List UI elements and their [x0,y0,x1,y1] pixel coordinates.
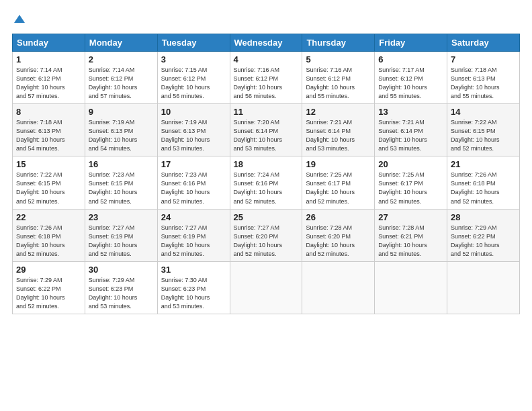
day-cell: 25 Sunrise: 7:27 AMSunset: 6:20 PMDaylig… [230,209,302,261]
day-number: 23 [89,212,154,222]
day-info: Sunrise: 7:27 AMSunset: 6:19 PMDaylight:… [161,224,210,257]
day-cell: 9 Sunrise: 7:19 AMSunset: 6:13 PMDayligh… [85,104,157,156]
day-number: 18 [234,159,299,169]
day-number: 19 [306,159,371,169]
day-number: 8 [16,107,81,117]
day-cell: 5 Sunrise: 7:16 AMSunset: 6:12 PMDayligh… [302,52,375,104]
day-number: 20 [378,159,443,169]
day-cell: 29 Sunrise: 7:29 AMSunset: 6:22 PMDaylig… [13,261,85,314]
day-cell: 31 Sunrise: 7:30 AMSunset: 6:23 PMDaylig… [157,261,230,314]
col-header-tuesday: Tuesday [157,34,230,52]
day-number: 24 [161,212,226,222]
day-cell: 1 Sunrise: 7:14 AMSunset: 6:12 PMDayligh… [13,52,85,104]
day-cell: 7 Sunrise: 7:18 AMSunset: 6:13 PMDayligh… [447,52,520,104]
day-info: Sunrise: 7:28 AMSunset: 6:21 PMDaylight:… [378,224,427,257]
day-cell: 17 Sunrise: 7:23 AMSunset: 6:16 PMDaylig… [157,156,230,209]
day-number: 13 [378,107,443,117]
week-row-2: 8 Sunrise: 7:18 AMSunset: 6:13 PMDayligh… [13,104,520,156]
day-info: Sunrise: 7:22 AMSunset: 6:15 PMDaylight:… [451,119,500,152]
day-number: 11 [234,107,299,117]
day-number: 30 [89,265,154,275]
day-info: Sunrise: 7:26 AMSunset: 6:18 PMDaylight:… [16,224,65,257]
day-cell: 14 Sunrise: 7:22 AMSunset: 6:15 PMDaylig… [447,104,520,156]
calendar-page: SundayMondayTuesdayWednesdayThursdayFrid… [0,0,532,411]
day-cell: 4 Sunrise: 7:16 AMSunset: 6:12 PMDayligh… [230,52,302,104]
day-cell: 20 Sunrise: 7:25 AMSunset: 6:17 PMDaylig… [375,156,447,209]
logo-icon [14,13,25,24]
day-info: Sunrise: 7:16 AMSunset: 6:12 PMDaylight:… [234,66,283,99]
day-info: Sunrise: 7:19 AMSunset: 6:13 PMDaylight:… [89,119,138,152]
day-cell: 30 Sunrise: 7:29 AMSunset: 6:23 PMDaylig… [85,261,157,314]
day-cell: 6 Sunrise: 7:17 AMSunset: 6:12 PMDayligh… [375,52,447,104]
day-info: Sunrise: 7:24 AMSunset: 6:16 PMDaylight:… [234,171,283,204]
day-info: Sunrise: 7:18 AMSunset: 6:13 PMDaylight:… [16,119,65,152]
day-number: 6 [378,54,443,64]
day-info: Sunrise: 7:21 AMSunset: 6:14 PMDaylight:… [378,119,427,152]
header-row: SundayMondayTuesdayWednesdayThursdayFrid… [13,34,520,52]
day-info: Sunrise: 7:30 AMSunset: 6:23 PMDaylight:… [161,277,210,310]
day-number: 25 [234,212,299,222]
day-info: Sunrise: 7:18 AMSunset: 6:13 PMDaylight:… [451,66,500,99]
day-cell: 18 Sunrise: 7:24 AMSunset: 6:16 PMDaylig… [230,156,302,209]
day-info: Sunrise: 7:28 AMSunset: 6:20 PMDaylight:… [306,224,355,257]
day-number: 15 [16,159,81,169]
day-info: Sunrise: 7:27 AMSunset: 6:20 PMDaylight:… [234,224,283,257]
day-cell: 10 Sunrise: 7:19 AMSunset: 6:13 PMDaylig… [157,104,230,156]
week-row-1: 1 Sunrise: 7:14 AMSunset: 6:12 PMDayligh… [13,52,520,104]
day-cell: 2 Sunrise: 7:14 AMSunset: 6:12 PMDayligh… [85,52,157,104]
day-number: 26 [306,212,371,222]
day-number: 14 [451,107,516,117]
day-info: Sunrise: 7:23 AMSunset: 6:15 PMDaylight:… [89,171,138,204]
col-header-monday: Monday [85,34,157,52]
day-cell: 15 Sunrise: 7:22 AMSunset: 6:15 PMDaylig… [13,156,85,209]
day-cell: 12 Sunrise: 7:21 AMSunset: 6:14 PMDaylig… [302,104,375,156]
day-info: Sunrise: 7:29 AMSunset: 6:23 PMDaylight:… [89,277,138,310]
day-info: Sunrise: 7:14 AMSunset: 6:12 PMDaylight:… [16,66,65,99]
day-number: 21 [451,159,516,169]
col-header-friday: Friday [375,34,447,52]
day-info: Sunrise: 7:20 AMSunset: 6:14 PMDaylight:… [234,119,283,152]
day-info: Sunrise: 7:19 AMSunset: 6:13 PMDaylight:… [161,119,210,152]
day-cell: 19 Sunrise: 7:25 AMSunset: 6:17 PMDaylig… [302,156,375,209]
day-number: 3 [161,54,226,64]
day-cell: 21 Sunrise: 7:26 AMSunset: 6:18 PMDaylig… [447,156,520,209]
col-header-saturday: Saturday [447,34,520,52]
week-row-4: 22 Sunrise: 7:26 AMSunset: 6:18 PMDaylig… [13,209,520,261]
day-cell: 8 Sunrise: 7:18 AMSunset: 6:13 PMDayligh… [13,104,85,156]
col-header-sunday: Sunday [13,34,85,52]
day-info: Sunrise: 7:25 AMSunset: 6:17 PMDaylight:… [378,171,427,204]
day-cell: 3 Sunrise: 7:15 AMSunset: 6:12 PMDayligh… [157,52,230,104]
day-cell [375,261,447,314]
day-cell: 27 Sunrise: 7:28 AMSunset: 6:21 PMDaylig… [375,209,447,261]
col-header-wednesday: Wednesday [230,34,302,52]
day-cell: 22 Sunrise: 7:26 AMSunset: 6:18 PMDaylig… [13,209,85,261]
day-number: 16 [89,159,154,169]
day-info: Sunrise: 7:21 AMSunset: 6:14 PMDaylight:… [306,119,355,152]
day-number: 31 [161,265,226,275]
day-cell: 23 Sunrise: 7:27 AMSunset: 6:19 PMDaylig… [85,209,157,261]
day-number: 7 [451,54,516,64]
day-cell [302,261,375,314]
day-cell: 24 Sunrise: 7:27 AMSunset: 6:19 PMDaylig… [157,209,230,261]
week-row-3: 15 Sunrise: 7:22 AMSunset: 6:15 PMDaylig… [13,156,520,209]
col-header-thursday: Thursday [302,34,375,52]
day-cell [447,261,520,314]
day-cell: 16 Sunrise: 7:23 AMSunset: 6:15 PMDaylig… [85,156,157,209]
week-row-5: 29 Sunrise: 7:29 AMSunset: 6:22 PMDaylig… [13,261,520,314]
svg-marker-0 [14,15,25,23]
day-number: 27 [378,212,443,222]
header [12,12,520,27]
day-cell: 28 Sunrise: 7:29 AMSunset: 6:22 PMDaylig… [447,209,520,261]
day-number: 4 [234,54,299,64]
day-number: 1 [16,54,81,64]
day-number: 22 [16,212,81,222]
day-number: 12 [306,107,371,117]
day-cell [230,261,302,314]
day-info: Sunrise: 7:27 AMSunset: 6:19 PMDaylight:… [89,224,138,257]
day-info: Sunrise: 7:29 AMSunset: 6:22 PMDaylight:… [16,277,65,310]
calendar-table: SundayMondayTuesdayWednesdayThursdayFrid… [12,34,520,314]
day-info: Sunrise: 7:26 AMSunset: 6:18 PMDaylight:… [451,171,500,204]
day-info: Sunrise: 7:29 AMSunset: 6:22 PMDaylight:… [451,224,500,257]
day-number: 10 [161,107,226,117]
day-info: Sunrise: 7:17 AMSunset: 6:12 PMDaylight:… [378,66,427,99]
